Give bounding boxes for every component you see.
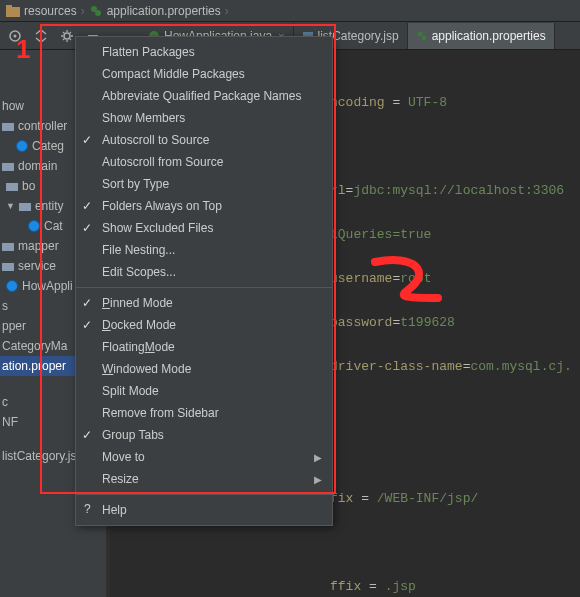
- tree-label: c: [2, 395, 8, 409]
- tree-label: domain: [18, 159, 57, 173]
- menu-group-tabs[interactable]: ✓Group Tabs: [76, 424, 332, 446]
- tree-label: listCategory.jsp: [2, 449, 83, 463]
- breadcrumb: resources › application.properties ›: [0, 0, 580, 22]
- menu-flatten-packages[interactable]: Flatten Packages: [76, 41, 332, 63]
- tree-label: Categ: [32, 139, 64, 153]
- folder-icon: [2, 261, 14, 271]
- menu-autoscroll-from-source[interactable]: Autoscroll from Source: [76, 151, 332, 173]
- menu-resize[interactable]: Resize▶: [76, 468, 332, 490]
- menu-folders-always-on-top[interactable]: ✓Folders Always on Top: [76, 195, 332, 217]
- class-icon: [6, 280, 18, 292]
- check-icon: ✓: [82, 199, 92, 213]
- tab-label: application.properties: [432, 29, 546, 43]
- folder-icon: [6, 181, 18, 191]
- check-icon: ✓: [82, 296, 92, 310]
- tab-application-properties[interactable]: application.properties: [408, 23, 555, 49]
- svg-rect-1: [6, 5, 12, 9]
- svg-point-6: [64, 33, 70, 39]
- folder-icon: [19, 201, 31, 211]
- code-text: ncoding: [330, 95, 385, 110]
- chevron-right-icon: ▶: [314, 474, 322, 485]
- svg-rect-16: [2, 243, 14, 251]
- check-icon: ✓: [82, 133, 92, 147]
- menu-show-excluded-files[interactable]: ✓Show Excluded Files: [76, 217, 332, 239]
- check-icon: ✓: [82, 221, 92, 235]
- folder-icon: [2, 161, 14, 171]
- menu-pinned-mode[interactable]: ✓Pinned Mode: [76, 292, 332, 314]
- menu-floating-mode[interactable]: Floating Mode: [76, 336, 332, 358]
- folder-icon: [2, 121, 14, 131]
- svg-rect-14: [6, 183, 18, 191]
- svg-rect-13: [2, 163, 14, 171]
- menu-compact-middle-packages[interactable]: Compact Middle Packages: [76, 63, 332, 85]
- menu-remove-from-sidebar[interactable]: Remove from Sidebar: [76, 402, 332, 424]
- tree-label: CategoryMa: [2, 339, 67, 353]
- svg-point-10: [417, 31, 422, 36]
- tree-label: controller: [18, 119, 67, 133]
- properties-file-icon: [89, 4, 103, 18]
- menu-sort-by-type[interactable]: Sort by Type: [76, 173, 332, 195]
- help-icon: ?: [84, 502, 91, 516]
- view-options-menu: Flatten Packages Compact Middle Packages…: [75, 36, 333, 526]
- tree-label: NF: [2, 415, 18, 429]
- menu-split-mode[interactable]: Split Mode: [76, 380, 332, 402]
- tree-label: s: [2, 299, 8, 313]
- tree-label: bo: [22, 179, 35, 193]
- menu-show-members[interactable]: Show Members: [76, 107, 332, 129]
- menu-help[interactable]: ?Help: [76, 499, 332, 521]
- tree-label: entity: [35, 199, 64, 213]
- svg-rect-12: [2, 123, 14, 131]
- svg-rect-15: [19, 203, 31, 211]
- chevron-right-icon: ›: [81, 4, 85, 18]
- tree-label: service: [18, 259, 56, 273]
- menu-move-to[interactable]: Move to▶: [76, 446, 332, 468]
- tree-label: HowAppli: [22, 279, 73, 293]
- menu-separator: [76, 494, 332, 495]
- svg-point-11: [421, 35, 426, 40]
- folder-icon: [6, 5, 20, 17]
- menu-edit-scopes[interactable]: Edit Scopes...: [76, 261, 332, 283]
- check-icon: ✓: [82, 428, 92, 442]
- class-icon: [16, 140, 28, 152]
- menu-abbreviate-package-names[interactable]: Abbreviate Qualified Package Names: [76, 85, 332, 107]
- target-icon[interactable]: [6, 27, 24, 45]
- tree-label: pper: [2, 319, 26, 333]
- chevron-right-icon: ›: [225, 4, 229, 18]
- check-icon: ✓: [82, 318, 92, 332]
- menu-separator: [76, 287, 332, 288]
- expand-icon[interactable]: ▼: [6, 201, 15, 211]
- tree-label: how: [2, 99, 24, 113]
- breadcrumb-item[interactable]: resources: [24, 4, 77, 18]
- menu-windowed-mode[interactable]: Windowed Mode: [76, 358, 332, 380]
- menu-autoscroll-to-source[interactable]: ✓Autoscroll to Source: [76, 129, 332, 151]
- svg-point-5: [14, 34, 17, 37]
- menu-file-nesting[interactable]: File Nesting...: [76, 239, 332, 261]
- breadcrumb-item[interactable]: application.properties: [107, 4, 221, 18]
- tree-label: Cat: [44, 219, 63, 233]
- menu-docked-mode[interactable]: ✓Docked Mode: [76, 314, 332, 336]
- tree-label: mapper: [18, 239, 59, 253]
- svg-rect-17: [2, 263, 14, 271]
- svg-point-3: [95, 10, 101, 16]
- chevron-right-icon: ▶: [314, 452, 322, 463]
- collapse-icon[interactable]: [32, 27, 50, 45]
- folder-icon: [2, 241, 14, 251]
- gear-icon[interactable]: [58, 27, 76, 45]
- properties-file-icon: [416, 30, 428, 42]
- class-icon: [28, 220, 40, 232]
- tree-label: ation.proper: [2, 359, 66, 373]
